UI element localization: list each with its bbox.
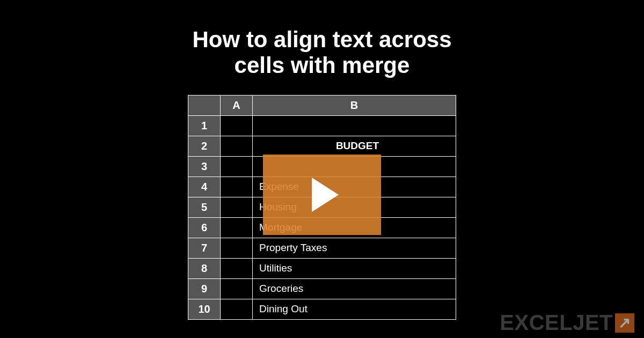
cell-a7 — [221, 238, 253, 258]
table-row: 10 Dining Out — [188, 299, 456, 319]
cell-a5 — [221, 197, 253, 217]
cell-b2-budget: BUDGET — [253, 136, 456, 156]
cell-a3 — [221, 156, 253, 177]
title-line-1: How to align text across — [192, 27, 451, 52]
play-button[interactable] — [263, 155, 381, 235]
play-icon — [312, 178, 339, 212]
cell-b7-property-taxes: Property Taxes — [253, 238, 456, 258]
cell-a2 — [221, 136, 253, 156]
table-row: 9 Groceries — [188, 278, 456, 299]
corner-cell — [188, 95, 221, 115]
page-title: How to align text across cells with merg… — [0, 0, 644, 95]
cell-a1 — [221, 115, 253, 136]
col-header-b: B — [253, 95, 456, 115]
row-header: 2 — [188, 136, 221, 156]
cell-b10-dining-out: Dining Out — [253, 299, 456, 319]
cell-a6 — [221, 217, 253, 238]
table-row: 1 — [188, 115, 456, 136]
row-header: 7 — [188, 238, 221, 258]
title-line-2: cells with merge — [235, 53, 410, 78]
brand-watermark: EXCELJET↗ — [500, 311, 634, 335]
row-header: 6 — [188, 217, 221, 238]
row-header: 4 — [188, 177, 221, 197]
watermark-text: EXCELJET — [500, 311, 613, 334]
cell-a8 — [221, 258, 253, 278]
cell-b8-utilities: Utilities — [253, 258, 456, 278]
row-header: 9 — [188, 278, 221, 299]
watermark-accent-icon: ↗ — [615, 313, 634, 333]
row-header: 8 — [188, 258, 221, 278]
table-row: 7 Property Taxes — [188, 238, 456, 258]
column-header-row: A B — [188, 95, 456, 115]
cell-a4 — [221, 177, 253, 197]
col-header-a: A — [221, 95, 253, 115]
row-header: 1 — [188, 115, 221, 136]
table-row: 2 BUDGET — [188, 136, 456, 156]
table-row: 8 Utilities — [188, 258, 456, 278]
row-header: 10 — [188, 299, 221, 319]
cell-b9-groceries: Groceries — [253, 278, 456, 299]
row-header: 3 — [188, 156, 221, 177]
row-header: 5 — [188, 197, 221, 217]
cell-b1 — [253, 115, 456, 136]
cell-a10 — [221, 299, 253, 319]
cell-a9 — [221, 278, 253, 299]
